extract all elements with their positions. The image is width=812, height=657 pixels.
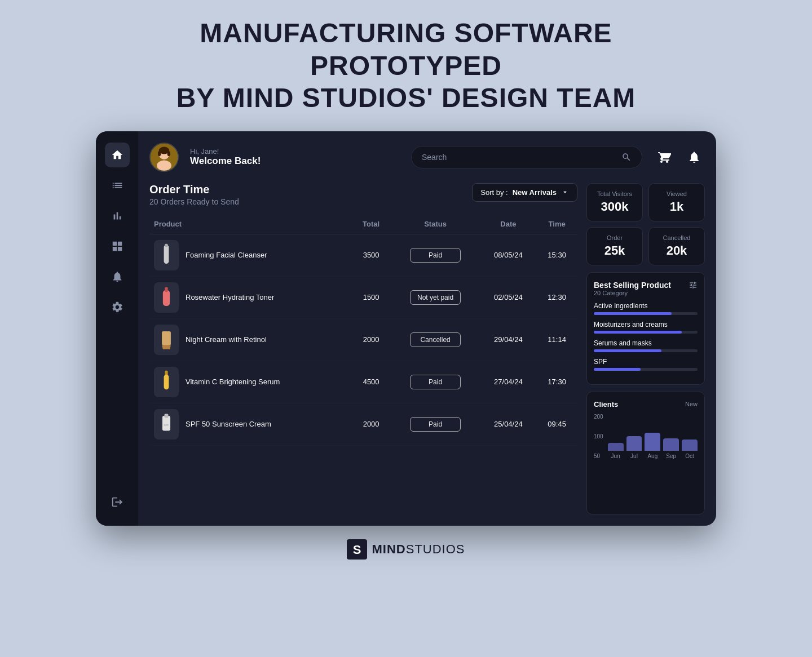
product-date-3: 27/04/24 [480,361,536,403]
svg-point-6 [167,151,171,156]
product-date-0: 08/05/24 [480,234,536,276]
svg-rect-10 [165,287,167,292]
product-thumb-4: SPF [154,409,179,440]
sidebar-item-logout[interactable] [105,490,130,514]
stat-value-2: 25k [593,243,637,258]
svg-marker-12 [162,345,171,349]
product-name-0: Foaming Facial Cleanser [186,251,267,259]
avatar [149,143,179,172]
chart-container: 20010050 Jun Jul Aug Sep Oct [594,414,698,459]
brand-bold: MIND [372,542,405,556]
col-date: Date [480,214,536,234]
chart-col-1: Jul [626,436,642,459]
product-time-2: 11:14 [536,318,577,361]
product-thumb-0 [154,240,179,270]
category-label-0: Active Ingredients [594,302,698,310]
best-selling-card: Best Selling Product 20 Category Active … [586,272,705,385]
chart-col-2: Aug [645,433,660,459]
category-label-3: SPF [594,358,698,366]
body-layout: Order Time 20 Orders Ready to Send Sort … [149,183,705,514]
product-time-1: 12:30 [536,276,577,318]
sort-button[interactable]: Sort by : New Arrivals [472,183,577,202]
svg-rect-9 [163,290,170,306]
table-row: SPF SPF 50 Sunscreen Cream 2000 Paid 25/… [149,403,577,445]
svg-point-2 [157,160,171,170]
product-name-1: Rosewater Hydrating Toner [186,293,274,301]
product-thumb-2 [154,325,179,355]
sidebar [96,131,138,526]
product-name-3: Vitamin C Brightening Serum [186,378,280,386]
table-row: Vitamin C Brightening Serum 4500 Paid 27… [149,361,577,403]
category-bar-fill-2 [594,349,661,352]
chart-bar-label-1: Jul [630,453,638,459]
svg-rect-7 [164,245,169,263]
chart-bar-4 [682,440,698,451]
chart-bar-label-3: Sep [666,453,676,459]
clients-title: Clients [594,400,618,409]
sidebar-item-bell[interactable] [105,264,130,289]
svg-rect-14 [164,375,169,389]
headline-line1: MANUFACTURING SOFTWARE PROTOTYPED [152,17,660,82]
y-label-0: 200 [594,414,603,420]
sidebar-item-settings[interactable] [105,295,130,319]
orders-table: Product Total Status Date Time Foaming F… [149,214,577,446]
app-window: Hi, Jane! Welcome Back! [96,131,716,526]
page-headline: MANUFACTURING SOFTWARE PROTOTYPED BY MIN… [152,17,660,114]
category-bar-bg-2 [594,349,698,352]
col-time: Time [536,214,577,234]
clients-new-badge: New [685,401,698,407]
sort-value: New Arrivals [513,188,557,197]
stat-card-0: Total Visitors 300k [586,183,643,221]
product-cell-2: Night Cream with Retinol [149,318,352,361]
sidebar-item-grid[interactable] [105,234,130,259]
sidebar-item-chart[interactable] [105,203,130,228]
header-greeting: Hi, Jane! Welcome Back! [190,147,400,167]
search-input[interactable] [422,153,616,162]
best-selling-header: Best Selling Product 20 Category [594,281,698,296]
orders-heading: Order Time [149,183,239,196]
product-status-1: Not yet paid [391,276,480,318]
category-item-1: Moisturizers and creams [594,321,698,334]
search-bar[interactable] [411,146,642,168]
chart-col-4: Oct [682,440,698,459]
orders-subtitle: 20 Orders Ready to Send [149,197,239,206]
stat-value-1: 1k [655,199,699,214]
svg-text:S: S [353,543,361,557]
svg-rect-16 [164,414,168,418]
clients-card: Clients New 20010050 Jun Jul Aug [586,392,705,514]
product-cell-0: Foaming Facial Cleanser [149,234,352,276]
best-selling-subtitle: 20 Category [594,290,671,296]
header-icons [654,147,705,168]
product-name-4: SPF 50 Sunscreen Cream [186,420,271,428]
orders-section: Order Time 20 Orders Ready to Send Sort … [149,183,577,514]
product-total-2: 2000 [352,318,391,361]
product-total-3: 4500 [352,361,391,403]
chart-bar-2 [645,433,660,451]
category-bar-bg-1 [594,331,698,334]
chart-bars: Jun Jul Aug Sep Oct [608,414,698,459]
svg-point-5 [158,151,161,156]
product-time-4: 09:45 [536,403,577,445]
y-label-1: 100 [594,434,603,440]
svg-text:SPF: SPF [164,423,169,426]
chevron-down-icon [561,188,569,196]
greeting-welcome: Welcome Back! [190,156,400,167]
product-status-3: Paid [391,361,480,403]
filter-icon[interactable] [689,281,698,291]
product-time-3: 17:30 [536,361,577,403]
stat-card-2: Order 25k [586,227,643,265]
category-bar-fill-3 [594,368,641,371]
sidebar-item-list[interactable] [105,173,130,198]
cart-button[interactable] [654,147,675,168]
y-label-2: 50 [594,454,603,459]
stat-card-1: Viewed 1k [648,183,705,221]
chart-bar-label-4: Oct [685,453,694,459]
category-label-1: Moisturizers and creams [594,321,698,328]
chart-y-axis: 20010050 [594,414,603,459]
notification-button[interactable] [683,147,705,168]
product-date-1: 02/05/24 [480,276,536,318]
col-total: Total [352,214,391,234]
product-thumb-3 [154,367,179,397]
product-cell-3: Vitamin C Brightening Serum [149,361,352,403]
sidebar-item-home[interactable] [105,143,130,167]
